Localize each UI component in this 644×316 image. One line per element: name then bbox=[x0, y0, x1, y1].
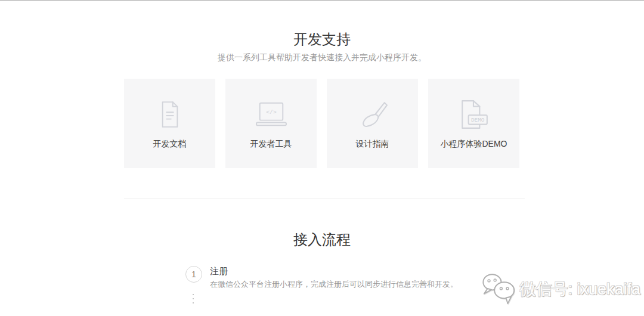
process-step-register: 1 注册 在微信公众平台注册小程序，完成注册后可以同步进行信息完善和开发。 bbox=[185, 266, 458, 288]
step-title: 注册 bbox=[210, 267, 458, 275]
step-connector-dots bbox=[193, 294, 194, 306]
demo-file-icon: DEMO bbox=[459, 97, 490, 132]
dot bbox=[193, 294, 194, 295]
dev-support-subtitle: 提供一系列工具帮助开发者快速接入并完成小程序开发。 bbox=[0, 52, 644, 63]
step-number-badge: 1 bbox=[185, 266, 202, 283]
card-label-dev-tools: 开发者工具 bbox=[250, 139, 292, 150]
step-body: 注册 在微信公众平台注册小程序，完成注册后可以同步进行信息完善和开发。 bbox=[210, 266, 458, 288]
document-icon bbox=[159, 97, 181, 132]
card-label-design-guide: 设计指南 bbox=[356, 139, 389, 150]
support-cards-row: 开发文档 </> 开发者工具 bbox=[124, 79, 519, 168]
watermark-text: 微信号: ixuekaifa bbox=[519, 278, 640, 300]
dot bbox=[193, 298, 194, 299]
access-process-title: 接入流程 bbox=[0, 230, 644, 249]
card-dev-tools[interactable]: </> 开发者工具 bbox=[225, 79, 317, 168]
watermark: 微信号: ixuekaifa bbox=[480, 271, 640, 308]
laptop-code-icon: </> bbox=[255, 97, 287, 132]
demo-badge-text: DEMO bbox=[471, 117, 485, 123]
step-description: 在微信公众平台注册小程序，完成注册后可以同步进行信息完善和开发。 bbox=[210, 280, 458, 288]
dev-support-title: 开发支持 bbox=[0, 30, 644, 49]
card-demo[interactable]: DEMO 小程序体验DEMO bbox=[428, 79, 519, 168]
wechat-logo-icon bbox=[480, 271, 517, 308]
section-divider bbox=[124, 199, 525, 199]
card-design-guide[interactable]: 设计指南 bbox=[327, 79, 418, 168]
code-glyph: </> bbox=[266, 109, 277, 116]
card-label-dev-docs: 开发文档 bbox=[153, 139, 187, 150]
card-label-demo: 小程序体验DEMO bbox=[441, 139, 507, 150]
card-dev-docs[interactable]: 开发文档 bbox=[124, 79, 215, 168]
page: 开发支持 提供一系列工具帮助开发者快速接入并完成小程序开发。 开发文档 bbox=[0, 0, 644, 316]
brush-icon bbox=[358, 97, 388, 132]
dot bbox=[193, 302, 194, 303]
